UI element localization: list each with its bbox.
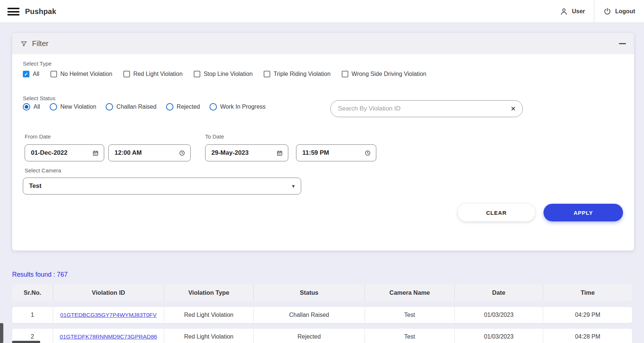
calendar-icon[interactable] (277, 150, 283, 156)
checkbox-option-all[interactable]: ✓All (23, 71, 39, 77)
apply-button[interactable]: APPLY (543, 204, 623, 221)
user-button[interactable]: User (551, 0, 594, 23)
hamburger-menu-icon[interactable] (7, 8, 20, 15)
filter-panel-header: Filter (12, 33, 634, 54)
table-row: 201GTEDFK78RNNMD9C73GPRAD86Red Light Vio… (12, 329, 632, 343)
select-type-options: ✓AllNo Helmet ViolationRed Light Violati… (23, 71, 426, 77)
cell-time: 04:28 PM (543, 329, 632, 343)
table-row: 101GTEDBCG35GY7P4WYMJ83T0FVRed Light Vio… (12, 307, 632, 323)
filter-funnel-icon (20, 40, 28, 48)
radio-option-label: All (34, 104, 40, 110)
column-header-camera-name: Camera Name (365, 284, 455, 301)
radio-option-new-violation[interactable]: New Violation (50, 103, 96, 111)
column-header-date: Date (455, 284, 543, 301)
checkbox-option-triple-riding-violation[interactable]: Triple Riding Violation (264, 71, 331, 77)
checkbox-unchecked-icon[interactable] (194, 71, 200, 77)
column-header-status: Status (254, 284, 365, 301)
checkbox-option-label: Triple Riding Violation (274, 71, 331, 77)
filter-panel: Filter Select Type ✓AllNo Helmet Violati… (12, 33, 634, 251)
top-navbar: Pushpak User Logout (0, 0, 644, 23)
to-date-value: 29-May-2023 (211, 149, 249, 157)
app-window: Pushpak User Logout (0, 0, 644, 343)
checkbox-option-label: All (33, 71, 39, 77)
checkbox-unchecked-icon[interactable] (264, 71, 270, 77)
power-icon (603, 7, 612, 16)
collapse-panel-button[interactable] (619, 43, 626, 44)
from-date-input[interactable]: 01-Dec-2022 (25, 144, 104, 161)
checkbox-checked-icon[interactable]: ✓ (23, 71, 29, 77)
results-table-header: Sr.No.Violation IDViolation TypeStatusCa… (12, 284, 632, 301)
select-type-label: Select Type (23, 60, 52, 67)
to-time-value: 11:59 PM (302, 149, 329, 157)
user-icon (560, 7, 568, 16)
radio-unselected-icon[interactable] (50, 103, 57, 111)
column-header-sr-no: Sr.No. (12, 284, 53, 301)
checkbox-option-no-helmet-violation[interactable]: No Helmet Violation (50, 71, 112, 77)
camera-select-dropdown[interactable]: Test ▼ (23, 178, 301, 195)
checkbox-option-label: Stop Line Violation (204, 71, 253, 77)
checkbox-option-red-light-violation[interactable]: Red Light Violation (123, 71, 183, 77)
cell-status: Rejected (254, 329, 365, 343)
clock-icon[interactable] (179, 150, 185, 156)
bottom-edge-artifact (12, 341, 40, 343)
checkbox-option-stop-line-violation[interactable]: Stop Line Violation (194, 71, 253, 77)
column-header-time: Time (543, 284, 632, 301)
checkbox-unchecked-icon[interactable] (342, 71, 348, 77)
cell-violation-id: 01GTEDBCG35GY7P4WYMJ83T0FV (53, 307, 164, 323)
cell-violation-id: 01GTEDFK78RNNMD9C73GPRAD86 (53, 329, 164, 343)
to-date-label: To Date (205, 133, 224, 140)
from-date-value: 01-Dec-2022 (31, 149, 67, 157)
topbar-actions: User Logout (551, 0, 644, 23)
calendar-icon[interactable] (92, 150, 99, 156)
radio-option-label: Work In Progress (220, 104, 265, 110)
select-status-label: Select Status (23, 95, 55, 101)
radio-unselected-icon[interactable] (106, 103, 113, 111)
radio-option-work-in-progress[interactable]: Work In Progress (210, 103, 265, 111)
cell-sr: 1 (12, 307, 53, 323)
violation-id-link[interactable]: 01GTEDBCG35GY7P4WYMJ83T0FV (60, 312, 157, 318)
results-count-text: Results found : 767 (12, 271, 68, 279)
checkbox-option-label: Wrong Side Driving Violation (352, 71, 426, 77)
radio-option-label: New Violation (60, 104, 96, 110)
to-date-input[interactable]: 29-May-2023 (205, 144, 288, 161)
radio-unselected-icon[interactable] (210, 103, 217, 111)
cell-camera: Test (365, 329, 455, 343)
column-header-violation-id: Violation ID (53, 284, 164, 301)
chevron-down-icon: ▼ (291, 183, 296, 189)
left-edge-artifact (0, 323, 3, 343)
cell-date: 01/03/2023 (455, 307, 543, 323)
app-title: Pushpak (25, 0, 56, 23)
radio-option-all[interactable]: All (23, 103, 40, 111)
camera-select-value: Test (29, 182, 42, 190)
from-time-value: 12:00 AM (115, 149, 142, 157)
checkbox-option-label: Red Light Violation (133, 71, 183, 77)
column-header-violation-type: Violation Type (164, 284, 254, 301)
logout-button[interactable]: Logout (594, 0, 644, 23)
select-camera-label: Select Camera (25, 167, 61, 174)
filter-panel-title: Filter (32, 39, 48, 48)
radio-option-label: Challan Raised (116, 104, 156, 110)
radio-option-challan-raised[interactable]: Challan Raised (106, 103, 156, 111)
radio-selected-icon[interactable] (23, 103, 30, 111)
checkbox-option-wrong-side-driving-violation[interactable]: Wrong Side Driving Violation (342, 71, 426, 77)
cell-violation-type: Red Light Violation (164, 329, 254, 343)
checkbox-unchecked-icon[interactable] (123, 71, 130, 77)
cell-camera: Test (365, 307, 455, 323)
violation-id-link[interactable]: 01GTEDFK78RNNMD9C73GPRAD86 (60, 333, 157, 340)
select-status-options: AllNew ViolationChallan RaisedRejectedWo… (23, 103, 265, 111)
cell-status: Challan Raised (254, 307, 365, 323)
checkbox-unchecked-icon[interactable] (50, 71, 57, 77)
radio-option-rejected[interactable]: Rejected (166, 103, 200, 111)
from-time-input[interactable]: 12:00 AM (108, 144, 191, 161)
clear-button[interactable]: CLEAR (458, 204, 535, 221)
logout-label: Logout (615, 8, 635, 15)
checkbox-option-label: No Helmet Violation (60, 71, 112, 77)
clear-search-icon[interactable]: ✕ (511, 106, 516, 112)
to-time-input[interactable]: 11:59 PM (296, 144, 376, 161)
radio-unselected-icon[interactable] (166, 103, 173, 111)
clock-icon[interactable] (365, 150, 371, 156)
cell-time: 04:29 PM (543, 307, 632, 323)
cell-date: 01/03/2023 (455, 329, 543, 343)
search-input[interactable] (338, 105, 511, 112)
from-date-label: From Date (25, 133, 51, 140)
